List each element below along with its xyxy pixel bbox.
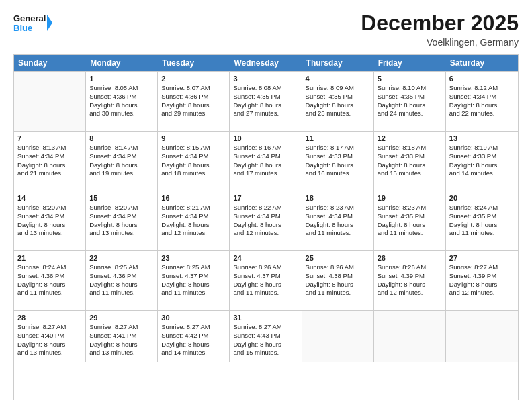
calendar-cell: 24Sunrise: 8:26 AMSunset: 4:37 PMDayligh…: [230, 251, 302, 310]
cell-info: Sunrise: 8:08 AMSunset: 4:35 PMDaylight:…: [233, 84, 298, 118]
cell-info: Sunrise: 8:07 AMSunset: 4:36 PMDaylight:…: [161, 84, 226, 118]
cell-info: Sunrise: 8:24 AMSunset: 4:36 PMDaylight:…: [17, 263, 82, 298]
cell-date: 16: [161, 194, 226, 202]
cell-info: Sunrise: 8:15 AMSunset: 4:34 PMDaylight:…: [161, 144, 226, 178]
calendar-row-2: 14Sunrise: 8:20 AMSunset: 4:34 PMDayligh…: [14, 191, 518, 250]
calendar-cell: 3Sunrise: 8:08 AMSunset: 4:35 PMDaylight…: [230, 72, 302, 131]
logo: General Blue: [13, 11, 54, 35]
cell-date: 5: [378, 75, 442, 83]
calendar-cell: 27Sunrise: 8:27 AMSunset: 4:39 PMDayligh…: [446, 251, 518, 310]
cell-info: Sunrise: 8:27 AMSunset: 4:41 PMDaylight:…: [89, 323, 154, 357]
cell-date: 7: [17, 134, 82, 142]
cell-date: 26: [378, 254, 442, 262]
cell-info: Sunrise: 8:27 AMSunset: 4:39 PMDaylight:…: [449, 263, 515, 298]
location: Voelklingen, Germany: [361, 37, 519, 48]
cell-date: 13: [449, 134, 515, 142]
cell-info: Sunrise: 8:23 AMSunset: 4:35 PMDaylight:…: [378, 203, 442, 238]
calendar-cell: 4Sunrise: 8:09 AMSunset: 4:35 PMDaylight…: [302, 72, 374, 131]
cell-info: Sunrise: 8:27 AMSunset: 4:42 PMDaylight:…: [161, 323, 226, 357]
cell-info: Sunrise: 8:25 AMSunset: 4:36 PMDaylight:…: [89, 263, 154, 298]
calendar-cell: 2Sunrise: 8:07 AMSunset: 4:36 PMDaylight…: [158, 72, 230, 131]
calendar-cell: 14Sunrise: 8:20 AMSunset: 4:34 PMDayligh…: [14, 191, 86, 250]
cell-date: 9: [161, 134, 226, 142]
cell-info: Sunrise: 8:20 AMSunset: 4:34 PMDaylight:…: [17, 203, 82, 238]
day-header-tuesday: Tuesday: [158, 55, 230, 71]
calendar-cell: 9Sunrise: 8:15 AMSunset: 4:34 PMDaylight…: [158, 132, 230, 191]
calendar-header: SundayMondayTuesdayWednesdayThursdayFrid…: [14, 55, 518, 71]
cell-info: Sunrise: 8:12 AMSunset: 4:34 PMDaylight:…: [449, 84, 515, 118]
cell-date: 12: [378, 134, 442, 142]
calendar-row-1: 7Sunrise: 8:13 AMSunset: 4:34 PMDaylight…: [14, 131, 518, 191]
cell-info: Sunrise: 8:17 AMSunset: 4:33 PMDaylight:…: [306, 144, 370, 178]
cell-info: Sunrise: 8:24 AMSunset: 4:35 PMDaylight:…: [449, 203, 515, 238]
cell-info: Sunrise: 8:20 AMSunset: 4:34 PMDaylight:…: [89, 203, 154, 238]
calendar-cell: 15Sunrise: 8:20 AMSunset: 4:34 PMDayligh…: [86, 191, 158, 250]
day-header-sunday: Sunday: [14, 55, 86, 71]
calendar-cell: 29Sunrise: 8:27 AMSunset: 4:41 PMDayligh…: [86, 311, 158, 362]
cell-date: 29: [89, 314, 154, 322]
cell-info: Sunrise: 8:26 AMSunset: 4:38 PMDaylight:…: [306, 263, 370, 298]
calendar-cell: [14, 72, 86, 131]
cell-date: 15: [89, 194, 154, 202]
cell-date: 1: [89, 75, 154, 83]
day-header-monday: Monday: [86, 55, 158, 71]
cell-date: 17: [233, 194, 298, 202]
calendar-cell: 16Sunrise: 8:21 AMSunset: 4:34 PMDayligh…: [158, 191, 230, 250]
page: General Blue December 2025 Voelklingen, …: [0, 0, 532, 411]
cell-date: 18: [306, 194, 370, 202]
header: General Blue December 2025 Voelklingen, …: [13, 11, 519, 48]
calendar-cell: 21Sunrise: 8:24 AMSunset: 4:36 PMDayligh…: [14, 251, 86, 310]
calendar-cell: 7Sunrise: 8:13 AMSunset: 4:34 PMDaylight…: [14, 132, 86, 191]
calendar-cell: 12Sunrise: 8:18 AMSunset: 4:33 PMDayligh…: [374, 132, 446, 191]
cell-info: Sunrise: 8:27 AMSunset: 4:43 PMDaylight:…: [233, 323, 298, 357]
calendar-cell: [446, 311, 518, 362]
cell-date: 11: [306, 134, 370, 142]
cell-date: 20: [449, 194, 515, 202]
cell-info: Sunrise: 8:10 AMSunset: 4:35 PMDaylight:…: [378, 84, 442, 118]
cell-date: 24: [233, 254, 298, 262]
cell-info: Sunrise: 8:26 AMSunset: 4:39 PMDaylight:…: [378, 263, 442, 298]
cell-info: Sunrise: 8:25 AMSunset: 4:37 PMDaylight:…: [161, 263, 226, 298]
cell-info: Sunrise: 8:16 AMSunset: 4:34 PMDaylight:…: [233, 144, 298, 178]
cell-date: 27: [449, 254, 515, 262]
cell-date: 31: [233, 314, 298, 322]
calendar-cell: 6Sunrise: 8:12 AMSunset: 4:34 PMDaylight…: [446, 72, 518, 131]
day-header-wednesday: Wednesday: [230, 55, 302, 71]
calendar-row-3: 21Sunrise: 8:24 AMSunset: 4:36 PMDayligh…: [14, 250, 518, 310]
title-section: December 2025 Voelklingen, Germany: [361, 11, 519, 48]
calendar-cell: 31Sunrise: 8:27 AMSunset: 4:43 PMDayligh…: [230, 311, 302, 362]
calendar-cell: 18Sunrise: 8:23 AMSunset: 4:34 PMDayligh…: [302, 191, 374, 250]
day-header-friday: Friday: [374, 55, 446, 71]
calendar-cell: 13Sunrise: 8:19 AMSunset: 4:33 PMDayligh…: [446, 132, 518, 191]
calendar-cell: 26Sunrise: 8:26 AMSunset: 4:39 PMDayligh…: [374, 251, 446, 310]
cell-info: Sunrise: 8:18 AMSunset: 4:33 PMDaylight:…: [378, 144, 442, 178]
cell-info: Sunrise: 8:14 AMSunset: 4:34 PMDaylight:…: [89, 144, 154, 178]
cell-date: 8: [89, 134, 154, 142]
calendar-cell: 17Sunrise: 8:22 AMSunset: 4:34 PMDayligh…: [230, 191, 302, 250]
calendar: SundayMondayTuesdayWednesdayThursdayFrid…: [13, 54, 519, 400]
calendar-row-4: 28Sunrise: 8:27 AMSunset: 4:40 PMDayligh…: [14, 310, 518, 362]
calendar-cell: 5Sunrise: 8:10 AMSunset: 4:35 PMDaylight…: [374, 72, 446, 131]
calendar-cell: 20Sunrise: 8:24 AMSunset: 4:35 PMDayligh…: [446, 191, 518, 250]
cell-info: Sunrise: 8:23 AMSunset: 4:34 PMDaylight:…: [306, 203, 370, 238]
cell-info: Sunrise: 8:13 AMSunset: 4:34 PMDaylight:…: [17, 144, 82, 178]
cell-date: 6: [449, 75, 515, 83]
svg-text:General: General: [13, 13, 46, 24]
cell-info: Sunrise: 8:19 AMSunset: 4:33 PMDaylight:…: [449, 144, 515, 178]
calendar-cell: 19Sunrise: 8:23 AMSunset: 4:35 PMDayligh…: [374, 191, 446, 250]
cell-date: 22: [89, 254, 154, 262]
calendar-row-0: 1Sunrise: 8:05 AMSunset: 4:36 PMDaylight…: [14, 71, 518, 131]
cell-date: 19: [378, 194, 442, 202]
calendar-cell: 1Sunrise: 8:05 AMSunset: 4:36 PMDaylight…: [86, 72, 158, 131]
calendar-cell: 10Sunrise: 8:16 AMSunset: 4:34 PMDayligh…: [230, 132, 302, 191]
cell-date: 4: [306, 75, 370, 83]
calendar-cell: 22Sunrise: 8:25 AMSunset: 4:36 PMDayligh…: [86, 251, 158, 310]
month-title: December 2025: [361, 11, 519, 36]
calendar-cell: 23Sunrise: 8:25 AMSunset: 4:37 PMDayligh…: [158, 251, 230, 310]
cell-info: Sunrise: 8:21 AMSunset: 4:34 PMDaylight:…: [161, 203, 226, 238]
svg-marker-2: [47, 15, 52, 31]
calendar-cell: [374, 311, 446, 362]
logo-svg: General Blue: [13, 11, 54, 35]
calendar-cell: 25Sunrise: 8:26 AMSunset: 4:38 PMDayligh…: [302, 251, 374, 310]
calendar-cell: 8Sunrise: 8:14 AMSunset: 4:34 PMDaylight…: [86, 132, 158, 191]
